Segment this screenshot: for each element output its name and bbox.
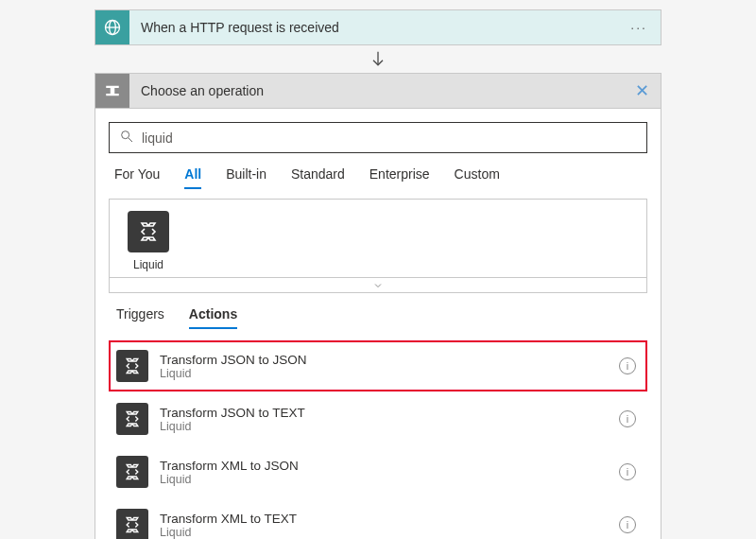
panel-title: Choose an operation (129, 83, 624, 98)
tab-enterprise[interactable]: Enterprise (369, 166, 430, 189)
close-button[interactable]: ✕ (624, 80, 661, 101)
action-item[interactable]: Transform XML to TEXTLiquidi (109, 499, 647, 539)
action-title: Transform XML to JSON (160, 459, 619, 473)
action-title: Transform XML to TEXT (160, 512, 619, 526)
connector-label: Liquid (123, 258, 174, 271)
info-button[interactable]: i (619, 410, 636, 427)
action-subtitle: Liquid (160, 367, 619, 380)
liquid-icon (116, 509, 148, 539)
action-text: Transform JSON to JSONLiquid (160, 353, 619, 380)
trigger-step[interactable]: When a HTTP request is received ··· (94, 9, 662, 45)
liquid-icon (116, 403, 148, 435)
svg-rect-5 (106, 94, 119, 96)
subtab-triggers[interactable]: Triggers (116, 306, 164, 329)
search-input-wrapper[interactable] (109, 122, 647, 153)
svg-rect-6 (111, 88, 115, 94)
liquid-icon (128, 211, 169, 252)
action-text: Transform XML to JSONLiquid (160, 459, 619, 486)
action-title: Transform JSON to TEXT (160, 406, 619, 420)
connector-grid: Liquid (109, 199, 647, 278)
tab-for-you[interactable]: For You (114, 166, 160, 189)
trigger-title: When a HTTP request is received (129, 20, 617, 35)
tab-custom[interactable]: Custom (455, 166, 500, 189)
operation-picker-icon (95, 74, 129, 108)
action-list: Transform JSON to JSONLiquidiTransform J… (109, 335, 647, 539)
search-icon (119, 129, 134, 147)
info-button[interactable]: i (619, 357, 636, 374)
action-subtitle: Liquid (160, 420, 619, 433)
panel-header: Choose an operation ✕ (95, 74, 661, 109)
trigger-more-button[interactable]: ··· (617, 20, 661, 35)
subtab-actions[interactable]: Actions (189, 306, 237, 329)
action-item[interactable]: Transform XML to JSONLiquidi (109, 446, 647, 497)
category-tabs: For YouAllBuilt-inStandardEnterpriseCust… (109, 166, 647, 197)
info-button[interactable]: i (619, 463, 636, 480)
connector-liquid[interactable]: Liquid (123, 211, 174, 271)
choose-operation-panel: Choose an operation ✕ For YouAllBuilt-in… (94, 73, 662, 539)
action-subtitle: Liquid (160, 526, 619, 539)
flow-arrow-icon (0, 49, 756, 73)
action-title: Transform JSON to JSON (160, 353, 619, 367)
action-text: Transform XML to TEXTLiquid (160, 512, 619, 539)
action-subtitle: Liquid (160, 473, 619, 486)
action-item[interactable]: Transform JSON to JSONLiquidi (109, 340, 647, 391)
tab-standard[interactable]: Standard (291, 166, 345, 189)
http-trigger-icon (95, 10, 129, 44)
tab-built-in[interactable]: Built-in (226, 166, 266, 189)
expand-connectors-button[interactable] (109, 278, 647, 293)
svg-point-7 (122, 131, 129, 139)
liquid-icon (116, 350, 148, 382)
svg-rect-4 (106, 86, 119, 88)
tab-all[interactable]: All (184, 166, 201, 189)
liquid-icon (116, 456, 148, 488)
action-text: Transform JSON to TEXTLiquid (160, 406, 619, 433)
trigger-action-tabs: TriggersActions (109, 293, 647, 335)
search-input[interactable] (134, 130, 637, 146)
info-button[interactable]: i (619, 516, 636, 533)
action-item[interactable]: Transform JSON to TEXTLiquidi (109, 393, 647, 444)
svg-line-8 (129, 138, 132, 142)
